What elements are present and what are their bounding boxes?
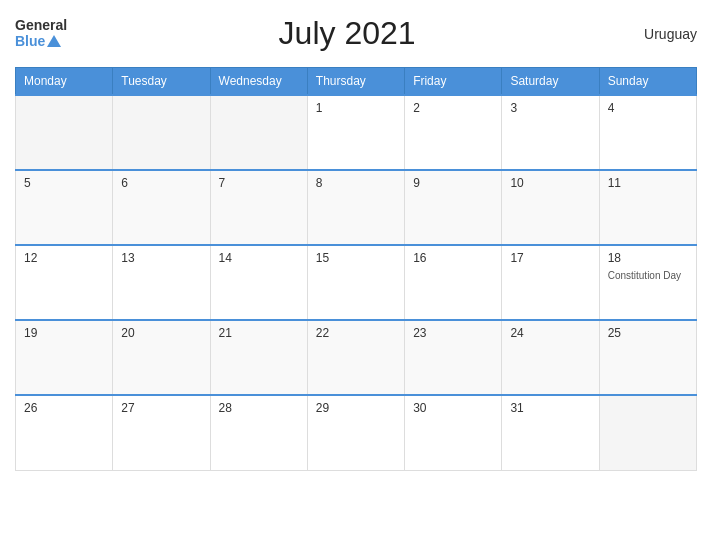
- header-sunday: Sunday: [599, 68, 696, 96]
- week-row-4: 19202122232425: [16, 320, 697, 395]
- day-header-row: Monday Tuesday Wednesday Thursday Friday…: [16, 68, 697, 96]
- day-number: 24: [510, 326, 590, 340]
- day-number: 1: [316, 101, 396, 115]
- day-number: 19: [24, 326, 104, 340]
- calendar-cell: 31: [502, 395, 599, 470]
- calendar-header: General Blue July 2021 Uruguay: [15, 10, 697, 57]
- day-number: 3: [510, 101, 590, 115]
- calendar-cell: 15: [307, 245, 404, 320]
- event-text: Constitution Day: [608, 270, 681, 281]
- calendar-cell: 2: [405, 95, 502, 170]
- calendar-cell: 5: [16, 170, 113, 245]
- day-number: 15: [316, 251, 396, 265]
- day-number: 17: [510, 251, 590, 265]
- header-wednesday: Wednesday: [210, 68, 307, 96]
- calendar-cell: [210, 95, 307, 170]
- day-number: 29: [316, 401, 396, 415]
- day-number: 5: [24, 176, 104, 190]
- calendar-cell: 19: [16, 320, 113, 395]
- day-number: 11: [608, 176, 688, 190]
- calendar-container: General Blue July 2021 Uruguay Monday Tu…: [0, 0, 712, 550]
- calendar-cell: 20: [113, 320, 210, 395]
- header-thursday: Thursday: [307, 68, 404, 96]
- day-number: 27: [121, 401, 201, 415]
- calendar-cell: [16, 95, 113, 170]
- country-label: Uruguay: [627, 26, 697, 42]
- calendar-cell: 25: [599, 320, 696, 395]
- day-number: 9: [413, 176, 493, 190]
- calendar-cell: 6: [113, 170, 210, 245]
- day-number: 8: [316, 176, 396, 190]
- day-number: 21: [219, 326, 299, 340]
- day-number: 4: [608, 101, 688, 115]
- calendar-cell: 12: [16, 245, 113, 320]
- day-number: 14: [219, 251, 299, 265]
- calendar-cell: 26: [16, 395, 113, 470]
- calendar-cell: 24: [502, 320, 599, 395]
- week-row-3: 12131415161718Constitution Day: [16, 245, 697, 320]
- header-tuesday: Tuesday: [113, 68, 210, 96]
- calendar-cell: 28: [210, 395, 307, 470]
- calendar-cell: 10: [502, 170, 599, 245]
- day-number: 28: [219, 401, 299, 415]
- calendar-cell: 29: [307, 395, 404, 470]
- week-row-2: 567891011: [16, 170, 697, 245]
- calendar-cell: 3: [502, 95, 599, 170]
- calendar-cell: 11: [599, 170, 696, 245]
- day-number: 16: [413, 251, 493, 265]
- day-number: 12: [24, 251, 104, 265]
- logo-blue-text: Blue: [15, 34, 67, 49]
- week-row-5: 262728293031: [16, 395, 697, 470]
- calendar-cell: 16: [405, 245, 502, 320]
- header-friday: Friday: [405, 68, 502, 96]
- day-number: 7: [219, 176, 299, 190]
- calendar-cell: 4: [599, 95, 696, 170]
- calendar-cell: 13: [113, 245, 210, 320]
- day-number: 13: [121, 251, 201, 265]
- header-saturday: Saturday: [502, 68, 599, 96]
- day-number: 10: [510, 176, 590, 190]
- logo-triangle-icon: [47, 35, 61, 47]
- calendar-table: Monday Tuesday Wednesday Thursday Friday…: [15, 67, 697, 471]
- calendar-cell: 1: [307, 95, 404, 170]
- logo: General Blue: [15, 18, 67, 49]
- calendar-cell: [113, 95, 210, 170]
- calendar-cell: 9: [405, 170, 502, 245]
- calendar-cell: 22: [307, 320, 404, 395]
- logo-general-text: General: [15, 18, 67, 33]
- day-number: 26: [24, 401, 104, 415]
- calendar-cell: [599, 395, 696, 470]
- calendar-cell: 17: [502, 245, 599, 320]
- calendar-title: July 2021: [67, 15, 627, 52]
- calendar-cell: 8: [307, 170, 404, 245]
- week-row-1: 1234: [16, 95, 697, 170]
- header-monday: Monday: [16, 68, 113, 96]
- day-number: 25: [608, 326, 688, 340]
- calendar-cell: 18Constitution Day: [599, 245, 696, 320]
- day-number: 31: [510, 401, 590, 415]
- day-number: 20: [121, 326, 201, 340]
- day-number: 22: [316, 326, 396, 340]
- calendar-cell: 14: [210, 245, 307, 320]
- day-number: 6: [121, 176, 201, 190]
- calendar-cell: 7: [210, 170, 307, 245]
- day-number: 23: [413, 326, 493, 340]
- day-number: 18: [608, 251, 688, 265]
- day-number: 2: [413, 101, 493, 115]
- calendar-cell: 23: [405, 320, 502, 395]
- day-number: 30: [413, 401, 493, 415]
- calendar-cell: 27: [113, 395, 210, 470]
- calendar-cell: 21: [210, 320, 307, 395]
- calendar-cell: 30: [405, 395, 502, 470]
